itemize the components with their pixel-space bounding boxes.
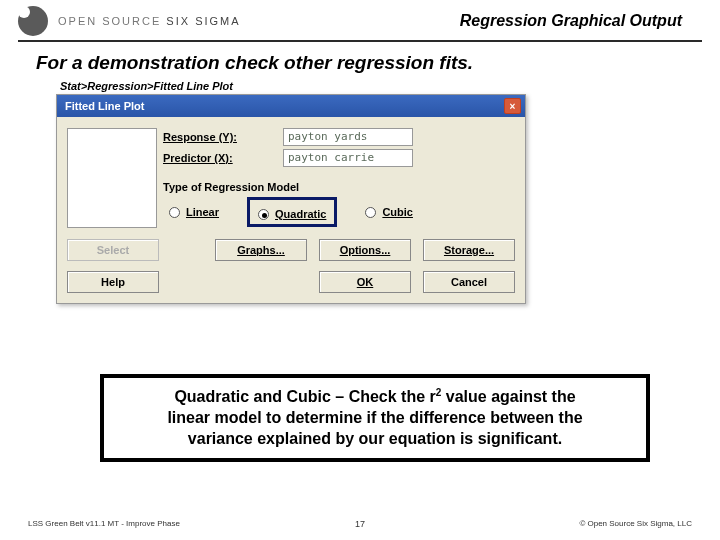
ok-button[interactable]: OK (319, 271, 411, 293)
radio-quadratic[interactable]: Quadratic (258, 208, 326, 220)
radio-icon (365, 207, 376, 218)
help-button[interactable]: Help (67, 271, 159, 293)
cancel-button[interactable]: Cancel (423, 271, 515, 293)
logo-text: OPEN SOURCE SIX SIGMA (58, 15, 241, 27)
variable-listbox[interactable] (67, 128, 157, 228)
logo-icon (18, 6, 48, 36)
options-button[interactable]: Options... (319, 239, 411, 261)
menu-path: Stat>Regression>Fitted Line Plot (0, 80, 720, 92)
response-label: Response (Y): (163, 131, 283, 143)
predictor-input[interactable]: payton carrie (283, 149, 413, 167)
storage-button[interactable]: Storage... (423, 239, 515, 261)
dialog-title: Fitted Line Plot (65, 100, 144, 112)
radio-icon (169, 207, 180, 218)
radio-cubic[interactable]: Cubic (365, 197, 413, 227)
slide-title: Regression Graphical Output (460, 12, 702, 30)
graphs-button[interactable]: Graphs... (215, 239, 307, 261)
radio-linear[interactable]: Linear (169, 197, 219, 227)
predictor-label: Predictor (X): (163, 152, 283, 164)
radio-icon (258, 209, 269, 220)
fitted-line-plot-dialog: Fitted Line Plot × Response (Y): payton … (56, 94, 526, 304)
page-subtitle: For a demonstration check other regressi… (0, 52, 720, 80)
response-input[interactable]: payton yards (283, 128, 413, 146)
close-icon[interactable]: × (504, 98, 521, 114)
footer-left: LSS Green Belt v11.1 MT - Improve Phase (28, 519, 180, 528)
regression-type-label: Type of Regression Model (163, 181, 515, 193)
dialog-titlebar: Fitted Line Plot × (57, 95, 525, 117)
select-button[interactable]: Select (67, 239, 159, 261)
header-divider (18, 40, 702, 42)
callout-box: Quadratic and Cubic – Check the r2 value… (100, 374, 650, 462)
page-number: 17 (355, 519, 365, 529)
quadratic-highlight: Quadratic (247, 197, 337, 227)
footer-copyright: © Open Source Six Sigma, LLC (579, 519, 692, 528)
